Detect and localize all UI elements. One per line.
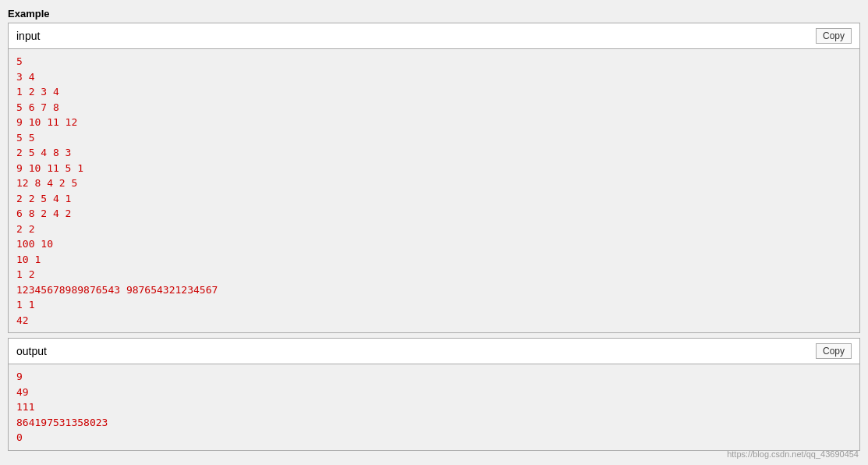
input-line: 9 10 11 5 1 [16, 161, 852, 176]
input-line: 5 6 7 8 [16, 100, 852, 115]
output-line: 111 [16, 399, 852, 415]
output-section: output Copy 9491118641975313580230 [8, 338, 860, 451]
input-line: 10 1 [16, 252, 852, 268]
input-section: input Copy 53 41 2 3 45 6 7 89 10 11 125… [8, 23, 860, 333]
input-line: 6 8 2 4 2 [16, 206, 852, 222]
input-line: 1 1 [16, 297, 852, 313]
input-line: 2 5 4 8 3 [16, 145, 852, 161]
input-label: input [16, 30, 40, 42]
input-line: 12345678989876543 987654321234567 [16, 282, 852, 298]
input-line: 42 [16, 313, 852, 328]
input-line: 3 4 [16, 69, 852, 85]
output-section-header: output Copy [9, 339, 859, 364]
input-line: 2 2 [16, 222, 852, 237]
output-label: output [16, 345, 47, 357]
input-line: 5 [16, 54, 852, 69]
input-line: 1 2 [16, 267, 852, 282]
input-line: 2 2 5 4 1 [16, 191, 852, 207]
input-line: 9 10 11 12 [16, 115, 852, 130]
input-section-header: input Copy [9, 23, 859, 49]
input-line: 100 10 [16, 236, 852, 252]
output-line: 0 [16, 430, 852, 445]
output-line: 864197531358023 [16, 415, 852, 431]
input-line: 12 8 4 2 5 [16, 176, 852, 191]
watermark: https://blog.csdn.net/qq_43690454 [727, 449, 859, 459]
input-line: 5 5 [16, 130, 852, 146]
input-content: 53 41 2 3 45 6 7 89 10 11 125 52 5 4 8 3… [9, 49, 859, 332]
output-content: 9491118641975313580230 [9, 364, 859, 450]
output-line: 49 [16, 385, 852, 400]
input-line: 1 2 3 4 [16, 84, 852, 100]
output-line: 9 [16, 369, 852, 385]
example-title: Example [8, 8, 860, 20]
output-copy-button[interactable]: Copy [816, 343, 852, 359]
input-copy-button[interactable]: Copy [816, 28, 852, 44]
